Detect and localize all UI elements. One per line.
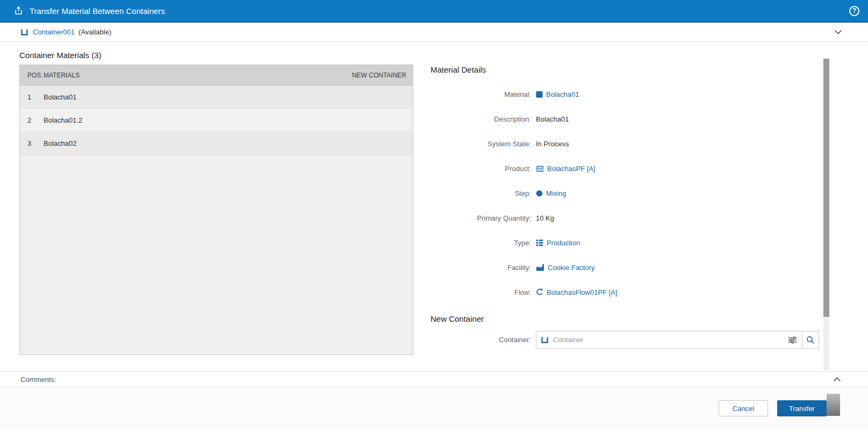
field-value-text: Production [547,239,580,247]
field-step: Step: Mixing [431,181,868,206]
container-field-label: Container: [431,336,531,344]
field-product: Product: BolachasPF [A] [431,156,868,181]
col-header-materials: MATERIALS [44,72,352,79]
new-container-field-row: Container: [431,331,868,349]
footer-action-bar: Cancel Transfer [0,387,868,429]
container-picker [536,331,819,349]
flow-icon [536,288,543,296]
field-label: Type: [431,239,531,247]
material-details-title: Material Details [431,65,868,74]
table-row[interactable]: 1 Bolacha01 [20,86,413,109]
field-label: Flow: [431,288,531,296]
cell-pos: 3 [20,139,44,147]
container-name-link[interactable]: Container001 [33,28,75,36]
type-link[interactable]: Production [536,239,580,247]
scroll-corner[interactable] [827,394,840,416]
help-icon[interactable]: ? [849,6,859,16]
field-value-text: Cookie Factory [548,264,594,272]
cell-material: Bolacha01.2 [44,116,406,124]
step-icon [536,190,543,197]
facility-link[interactable]: Cookie Factory [536,264,594,272]
col-header-pos: POS. [20,72,44,79]
container-state: (Available) [78,28,111,36]
product-icon [536,165,544,173]
container-search-button[interactable] [802,331,819,348]
material-icon [536,91,543,98]
field-material: Material: Bolacha01 [431,82,868,107]
field-value-text: 10 Kg [536,214,554,222]
scrollbar-thumb[interactable] [823,59,829,317]
field-flow: Flow: BolachasFlow01PF [A] [431,280,868,304]
materials-table-header: POS. MATERIALS NEW CONTAINER [20,65,413,86]
cell-pos: 2 [20,116,44,124]
facility-icon [536,264,544,271]
advanced-filter-icon[interactable] [788,336,797,344]
field-label: Step: [431,189,531,197]
field-label: Description: [431,115,531,123]
chevron-down-icon[interactable] [834,30,842,34]
field-value-text: In Process [536,140,569,148]
field-label: System State: [431,140,531,148]
container-icon [541,336,549,344]
field-facility: Facility: Cookie Factory [431,255,868,280]
transfer-container-icon [14,6,24,16]
materials-panel-title: Container Materials (3) [19,51,413,60]
container-summary-bar: Container001 (Available) [0,23,868,42]
field-description: Description: Bolacha01 [431,107,868,131]
field-label: Product: [431,165,531,173]
field-value-text: BolachasPF [A] [547,165,596,173]
cell-material: Bolacha01 [44,93,406,101]
material-link[interactable]: Bolacha01 [536,90,579,98]
step-link[interactable]: Mixing [536,189,566,197]
cell-material: Bolacha02 [44,139,406,147]
field-value-text: BolachasFlow01PF [A] [547,288,618,296]
field-label: Primary Quantity: [431,214,531,222]
materials-table: POS. MATERIALS NEW CONTAINER 1 Bolacha01… [19,65,413,355]
new-container-title: New Container [431,314,868,323]
field-type: Type: Production [431,230,868,255]
container-input[interactable] [553,336,783,344]
page-title: Transfer Material Between Containers [30,6,165,16]
chevron-up-icon[interactable] [833,377,841,382]
comments-label: Comments: [20,376,56,384]
field-primary-quantity: Primary Quantity: 10 Kg [431,206,868,230]
comments-section-bar[interactable]: Comments: [0,371,868,387]
main-content: Container Materials (3) POS. MATERIALS N… [0,42,868,371]
field-value-text: Mixing [546,189,566,197]
field-value-text: Bolacha01 [536,115,569,123]
cancel-button[interactable]: Cancel [719,400,768,416]
search-icon [806,336,815,344]
materials-panel: Container Materials (3) POS. MATERIALS N… [19,42,413,371]
vertical-scrollbar[interactable] [823,59,829,370]
type-icon [536,239,543,246]
field-system-state: System State: In Process [431,131,868,156]
material-details-fields: Material: Bolacha01 Description: Bolacha… [431,82,868,304]
field-label: Material: [431,90,531,98]
container-icon [20,28,28,36]
col-header-new-container: NEW CONTAINER [352,72,413,79]
table-row[interactable]: 3 Bolacha02 [20,132,413,155]
material-details-panel: Material Details Material: Bolacha01 Des… [413,42,868,371]
transfer-button[interactable]: Transfer [777,400,827,416]
field-value-text: Bolacha01 [546,90,579,98]
field-label: Facility: [431,264,531,272]
app-header: Transfer Material Between Containers ? [0,0,868,23]
flow-link[interactable]: BolachasFlow01PF [A] [536,288,618,296]
cell-pos: 1 [20,93,44,101]
table-row[interactable]: 2 Bolacha01.2 [20,109,413,132]
product-link[interactable]: BolachasPF [A] [536,165,596,173]
